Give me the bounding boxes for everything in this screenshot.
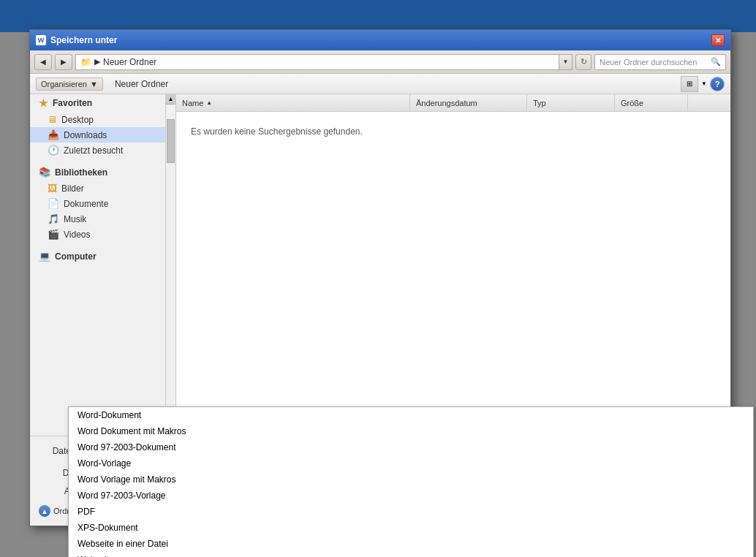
sidebar: ★ Favoriten 🖥 Desktop 📥 Downloads 🕐 Zule… (30, 94, 176, 436)
col-header-type[interactable]: Typ (527, 94, 615, 111)
sidebar-computer-label: Computer (55, 251, 97, 262)
sidebar-computer-header[interactable]: 💻 Computer (30, 248, 165, 265)
sidebar-item-downloads[interactable]: 📥 Downloads (30, 127, 165, 143)
search-placeholder: Neuer Ordner durchsuchen (600, 58, 697, 67)
desktop-folder-icon: 🖥 (48, 114, 57, 125)
dropdown-item-7[interactable]: XPS-Dokument (69, 520, 753, 536)
sidebar-item-musik[interactable]: 🎵 Musik (30, 211, 165, 227)
sidebar-musik-label: Musik (64, 214, 86, 224)
dropdown-item-5[interactable]: Word 97-2003-Vorlage (69, 488, 753, 504)
search-box[interactable]: Neuer Ordner durchsuchen 🔍 (594, 54, 726, 70)
sidebar-favorites-label: Favoriten (53, 98, 92, 108)
recent-folder-icon: 🕐 (48, 145, 59, 156)
dropdown-item-3[interactable]: Word-Vorlage (69, 455, 753, 471)
refresh-button[interactable]: ↻ (575, 54, 591, 70)
dialog-titlebar: W Speichern unter ✕ (30, 30, 730, 50)
nav-forward-button[interactable]: ▶ (55, 54, 72, 70)
sidebar-dokumente-label: Dokumente (64, 199, 108, 209)
scroll-up-button[interactable]: ▲ (166, 94, 175, 105)
column-headers: Name ▲ Änderungsdatum Typ Größe (176, 94, 730, 112)
dokumente-folder-icon: 📄 (48, 198, 59, 209)
downloads-folder-icon: 📥 (48, 129, 59, 140)
sidebar-favorites-header[interactable]: ★ Favoriten (30, 94, 165, 112)
dropdown-item-9[interactable]: Webseite (69, 552, 753, 557)
sidebar-item-desktop[interactable]: 🖥 Desktop (30, 112, 165, 127)
sidebar-desktop-label: Desktop (61, 115, 94, 125)
new-folder-button[interactable]: Neuer Ordner (109, 77, 174, 91)
dropdown-item-6[interactable]: PDF (69, 504, 753, 520)
address-dropdown-button[interactable]: ▼ (559, 54, 572, 70)
sidebar-content: ★ Favoriten 🖥 Desktop 📥 Downloads 🕐 Zule… (30, 94, 165, 436)
sidebar-libraries-label: Bibliotheken (55, 167, 107, 178)
save-dialog: W Speichern unter ✕ ◀ ▶ 📁 ▶ Neuer Ordner… (29, 29, 731, 526)
sidebar-scrollbar[interactable]: ▲ ▼ (165, 94, 175, 436)
search-icon: 🔍 (711, 57, 721, 67)
empty-message: Es wurden keine Suchergebnisse gefunden. (176, 112, 730, 436)
folder-icon: 📁 (80, 57, 91, 67)
dialog-close-button[interactable]: ✕ (711, 34, 725, 46)
view-dropdown-button[interactable]: ▼ (701, 80, 707, 87)
star-icon: ★ (39, 97, 48, 109)
view-toggle-button[interactable]: ⊞ (681, 76, 698, 92)
computer-icon: 💻 (39, 251, 50, 262)
dropdown-item-0[interactable]: Word-Dokument (69, 407, 753, 423)
musik-folder-icon: 🎵 (48, 213, 59, 224)
sidebar-item-videos[interactable]: 🎬 Videos (30, 227, 165, 242)
dropdown-item-2[interactable]: Word 97-2003-Dokument (69, 439, 753, 455)
sidebar-recent-label: Zuletzt besucht (64, 145, 123, 156)
sidebar-item-recent[interactable]: 🕐 Zuletzt besucht (30, 143, 165, 158)
address-text: Neuer Ordner (103, 57, 156, 67)
sort-icon: ▲ (206, 99, 212, 106)
sidebar-bilder-label: Bilder (61, 183, 84, 194)
col-header-date[interactable]: Änderungsdatum (410, 94, 527, 111)
toggle-icon: ▲ (39, 505, 50, 517)
help-button[interactable]: ? (710, 77, 725, 91)
videos-folder-icon: 🎬 (48, 229, 59, 240)
col-header-name[interactable]: Name ▲ (176, 94, 410, 111)
file-list-area: Name ▲ Änderungsdatum Typ Größe Es wurde… (176, 94, 730, 436)
filetype-dropdown-menu: Word-Dokument Word Dokument mit Makros W… (68, 406, 754, 557)
col-header-size[interactable]: Größe (615, 94, 688, 111)
dropdown-item-4[interactable]: Word Vorlage mit Makros (69, 471, 753, 488)
address-box[interactable]: 📁 ▶ Neuer Ordner (75, 54, 559, 70)
sidebar-item-bilder[interactable]: 🖼 Bilder (30, 181, 165, 196)
dialog-addressbar: ◀ ▶ 📁 ▶ Neuer Ordner ▼ ↻ Neuer Ordner du… (30, 50, 730, 74)
organize-dropdown-icon: ▼ (90, 80, 98, 88)
scroll-thumb[interactable] (167, 119, 175, 163)
dialog-title-icon: W (36, 35, 46, 45)
sidebar-videos-label: Videos (64, 230, 90, 240)
dialog-body: ★ Favoriten 🖥 Desktop 📥 Downloads 🕐 Zule… (30, 94, 730, 436)
nav-back-button[interactable]: ◀ (34, 54, 52, 70)
sidebar-libraries-header[interactable]: 📚 Bibliotheken (30, 164, 165, 181)
organize-label: Organisieren (41, 80, 87, 88)
dropdown-item-8[interactable]: Webseite in einer Datei (69, 536, 753, 552)
libraries-icon: 📚 (39, 167, 50, 178)
scroll-track (166, 105, 175, 425)
dialog-toolbar: Organisieren ▼ Neuer Ordner ⊞ ▼ ? (30, 74, 730, 94)
sidebar-downloads-label: Downloads (64, 130, 107, 140)
dialog-title: Speichern unter (50, 35, 117, 45)
sidebar-item-dokumente[interactable]: 📄 Dokumente (30, 196, 165, 211)
dropdown-item-1[interactable]: Word Dokument mit Makros (69, 423, 753, 439)
organize-button[interactable]: Organisieren ▼ (36, 77, 103, 91)
bilder-folder-icon: 🖼 (48, 183, 57, 194)
